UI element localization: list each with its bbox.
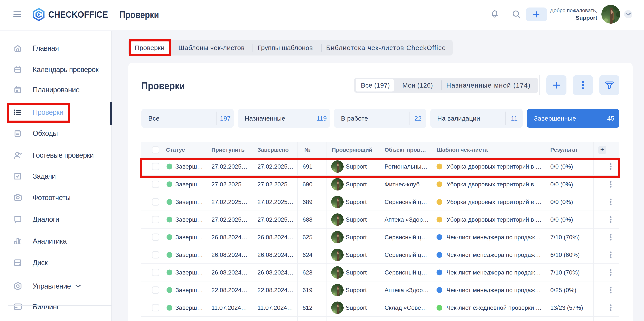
svg-text:CHECKOFFICE: CHECKOFFICE — [48, 9, 108, 19]
svg-text:Проверки: Проверки — [120, 10, 159, 20]
svg-text:Проверки: Проверки — [142, 82, 185, 91]
